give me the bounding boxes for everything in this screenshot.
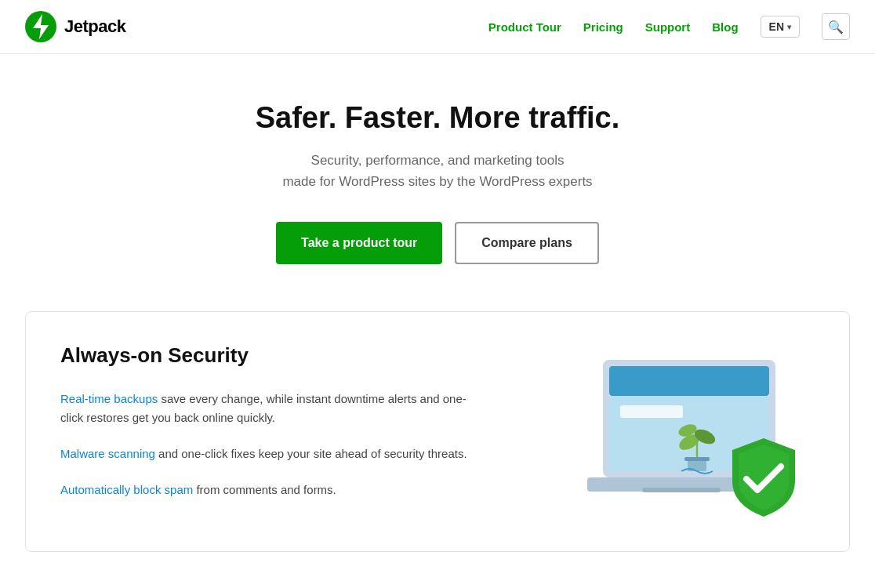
hero-title: Safer. Faster. More traffic. xyxy=(31,101,844,136)
real-time-backups-link[interactable]: Real-time backups xyxy=(60,392,158,405)
logo-area[interactable]: Jetpack xyxy=(25,11,125,42)
hero-buttons: Take a product tour Compare plans xyxy=(31,222,844,264)
chevron-down-icon: ▾ xyxy=(787,23,791,31)
card-paragraph-1: Real-time backups save every change, whi… xyxy=(60,390,468,427)
card-paragraph-3: Automatically block spam from comments a… xyxy=(60,481,468,499)
nav-support[interactable]: Support xyxy=(645,20,691,34)
main-nav: Product Tour Pricing Support Blog EN ▾ 🔍 xyxy=(488,13,850,40)
block-spam-link[interactable]: Automatically block spam xyxy=(60,483,193,496)
hero-subtitle: Security, performance, and marketing too… xyxy=(31,150,844,192)
logo-text: Jetpack xyxy=(64,16,125,37)
site-header: Jetpack Product Tour Pricing Support Blo… xyxy=(0,0,875,54)
search-icon: 🔍 xyxy=(828,20,844,34)
card-p3-text: from comments and forms. xyxy=(193,483,336,496)
search-button[interactable]: 🔍 xyxy=(822,13,850,40)
language-selector[interactable]: EN ▾ xyxy=(761,16,800,38)
take-product-tour-button[interactable]: Take a product tour xyxy=(276,222,442,264)
nav-blog[interactable]: Blog xyxy=(712,20,738,34)
svg-rect-14 xyxy=(642,488,721,492)
malware-scanning-link[interactable]: Malware scanning xyxy=(60,447,155,460)
card-title: Always-on Security xyxy=(60,343,468,368)
security-card: Always-on Security Real-time backups sav… xyxy=(25,311,850,552)
card-content: Always-on Security Real-time backups sav… xyxy=(60,343,468,517)
security-svg xyxy=(579,344,815,517)
lang-label: EN xyxy=(769,20,784,33)
security-illustration xyxy=(579,344,815,517)
card-paragraph-2: Malware scanning and one-click fixes kee… xyxy=(60,445,468,463)
jetpack-logo-icon xyxy=(25,11,56,42)
hero-section: Safer. Faster. More traffic. Security, p… xyxy=(0,54,875,303)
svg-rect-12 xyxy=(684,457,710,461)
svg-rect-6 xyxy=(620,405,683,418)
card-p2-text: and one-click fixes keep your site ahead… xyxy=(155,447,467,460)
nav-pricing[interactable]: Pricing xyxy=(583,20,623,34)
nav-product-tour[interactable]: Product Tour xyxy=(488,20,561,34)
compare-plans-button[interactable]: Compare plans xyxy=(455,222,599,264)
svg-rect-4 xyxy=(609,366,769,396)
